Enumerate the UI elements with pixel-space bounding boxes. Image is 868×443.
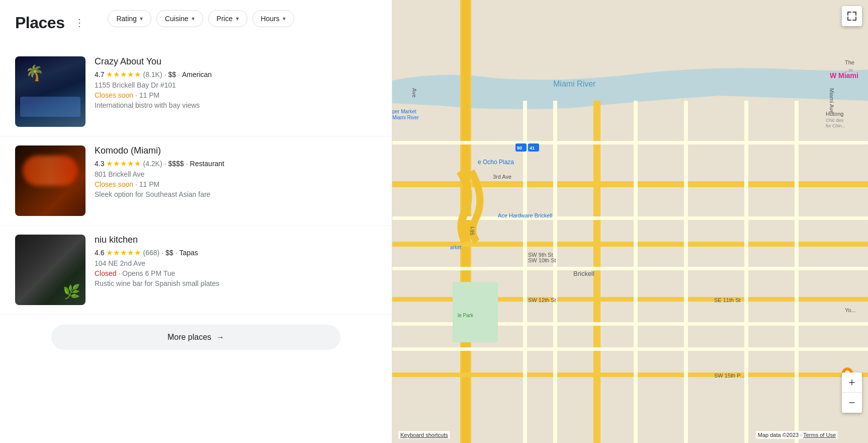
- place-info: niu kitchen 4.6 ★ ★ ★ ★ ★ (668) · $$ · T…: [95, 235, 377, 287]
- star-4: ★: [127, 159, 134, 168]
- place-rating-row: 4.3 ★ ★ ★ ★ ★ (4.2K) · $$$$ · Restaurant: [95, 159, 377, 168]
- svg-rect-20: [453, 282, 498, 342]
- hours-detail: · 11 PM: [135, 180, 159, 188]
- svg-text:The: The: [845, 59, 854, 65]
- arrow-right-icon: →: [216, 333, 224, 342]
- status-badge: Closed: [95, 269, 117, 277]
- place-description: International bistro with bay views: [95, 101, 377, 109]
- svg-text:Miami River: Miami River: [392, 115, 419, 120]
- star-2: ★: [113, 159, 120, 168]
- place-description: Sleek option for Southeast Asian fare: [95, 190, 377, 198]
- review-count: (668): [143, 249, 159, 257]
- svg-text:90: 90: [517, 145, 522, 151]
- filters-bar: Rating ▾ Cuisine ▾ Price ▾ Hours ▾: [93, 10, 304, 35]
- star-2: ★: [113, 70, 120, 79]
- svg-text:3rd Ave: 3rd Ave: [493, 174, 511, 180]
- place-hours: Closes soon · 11 PM: [95, 180, 377, 188]
- svg-rect-19: [392, 347, 868, 351]
- star-2: ★: [113, 248, 120, 257]
- more-places-button[interactable]: More places →: [51, 325, 340, 350]
- svg-rect-10: [744, 101, 748, 443]
- svg-text:41: 41: [530, 145, 535, 151]
- svg-text:per Market: per Market: [392, 109, 416, 114]
- svg-rect-4: [593, 101, 600, 443]
- filter-rating[interactable]: Rating ▾: [108, 10, 151, 27]
- svg-text:Ace Hardware Brickell: Ace Hardware Brickell: [498, 212, 552, 218]
- star-3: ★: [120, 70, 127, 79]
- hours-detail: · Opens 6 PM Tue: [118, 269, 175, 277]
- svg-rect-14: [634, 101, 638, 443]
- rating-value: 4.6: [95, 249, 104, 257]
- star-rating: ★ ★ ★ ★ ★: [106, 70, 141, 79]
- filter-hours[interactable]: Hours ▾: [252, 10, 294, 27]
- place-description: Rustic wine bar for Spanish small plates: [95, 279, 377, 287]
- chevron-down-icon: ▾: [283, 15, 286, 22]
- star-5: ★: [134, 159, 141, 168]
- svg-text:SW 15th P...: SW 15th P...: [714, 373, 744, 379]
- price: $$: [165, 249, 173, 257]
- list-item[interactable]: Komodo (Miami) 4.3 ★ ★ ★ ★ ★ (4.2K) · $$…: [0, 136, 392, 226]
- map-footer: Map data ©2023 · Terms of Use: [756, 431, 838, 439]
- status-badge: Closes soon: [95, 91, 133, 99]
- svg-text:Yo...: Yo...: [845, 307, 856, 313]
- star-3: ★: [120, 248, 127, 257]
- star-1: ★: [106, 159, 113, 168]
- svg-text:W Miami: W Miami: [830, 71, 858, 80]
- place-name: Komodo (Miami): [95, 145, 377, 156]
- cuisine: Tapas: [180, 249, 198, 257]
- header: Places ⋮ Rating ▾ Cuisine ▾ Price ▾ Hour…: [0, 10, 392, 43]
- list-item[interactable]: Crazy About You 4.7 ★ ★ ★ ★ ★ (8.1K) · $…: [0, 47, 392, 136]
- svg-rect-9: [684, 101, 688, 443]
- svg-text:e Ocho Plaza: e Ocho Plaza: [478, 159, 514, 166]
- more-places-container: More places →: [0, 315, 392, 365]
- page-title: Places: [15, 14, 64, 32]
- place-name: Crazy About You: [95, 56, 377, 67]
- svg-text:Miami Ave: Miami Ave: [829, 88, 835, 114]
- place-name: niu kitchen: [95, 235, 377, 245]
- place-hours: Closes soon · 11 PM: [95, 91, 377, 99]
- chevron-down-icon: ▾: [140, 15, 143, 22]
- svg-rect-15: [392, 141, 868, 144]
- keyboard-shortcuts-link[interactable]: Keyboard shortcuts: [398, 431, 450, 439]
- filter-price[interactable]: Price ▾: [208, 10, 247, 27]
- chevron-down-icon: ▾: [192, 15, 195, 22]
- svg-text:I-95: I-95: [469, 227, 475, 236]
- hours-detail: · 11 PM: [135, 91, 159, 99]
- star-1: ★: [106, 70, 113, 79]
- place-rating-row: 4.6 ★ ★ ★ ★ ★ (668) · $$ · Tapas: [95, 248, 377, 257]
- svg-text:Hutong: Hutong: [826, 111, 843, 117]
- place-rating-row: 4.7 ★ ★ ★ ★ ★ (8.1K) · $$ · American: [95, 70, 377, 79]
- svg-rect-11: [795, 101, 799, 443]
- svg-text:SW 12th St: SW 12th St: [528, 297, 556, 303]
- zoom-in-button[interactable]: +: [842, 373, 862, 393]
- chevron-down-icon: ▾: [236, 15, 239, 22]
- svg-rect-12: [523, 101, 527, 443]
- map-panel[interactable]: Miami River le Park: [392, 0, 868, 443]
- svg-text:Miami River: Miami River: [553, 80, 596, 88]
- star-1: ★: [106, 248, 113, 257]
- star-3: ★: [120, 159, 127, 168]
- more-options-button[interactable]: ⋮: [70, 14, 89, 32]
- svg-text:Brickell: Brickell: [573, 270, 594, 277]
- svg-text:Chic des: Chic des: [826, 118, 844, 123]
- svg-text:SW 10th St: SW 10th St: [528, 257, 556, 263]
- zoom-out-button[interactable]: −: [842, 393, 862, 413]
- list-item[interactable]: niu kitchen 4.6 ★ ★ ★ ★ ★ (668) · $$ · T…: [0, 226, 392, 315]
- review-count: (4.2K): [143, 160, 162, 168]
- places-list: Crazy About You 4.7 ★ ★ ★ ★ ★ (8.1K) · $…: [0, 43, 392, 443]
- svg-text:SE 11th St: SE 11th St: [714, 297, 741, 303]
- svg-text:Ave: Ave: [411, 88, 417, 98]
- star-5: ★: [134, 248, 141, 257]
- review-count: (8.1K): [143, 70, 162, 79]
- place-image: [15, 56, 85, 127]
- rating-value: 4.3: [95, 160, 104, 168]
- price: $$: [168, 70, 176, 79]
- star-4: ★: [127, 248, 134, 257]
- map-expand-button[interactable]: [842, 6, 862, 26]
- place-address: 1155 Brickell Bay Dr #101: [95, 81, 377, 89]
- place-info: Komodo (Miami) 4.3 ★ ★ ★ ★ ★ (4.2K) · $$…: [95, 145, 377, 198]
- status-badge: Closes soon: [95, 180, 133, 188]
- svg-text:le Park: le Park: [458, 313, 474, 318]
- svg-text:...sc: ...sc: [845, 67, 853, 72]
- filter-cuisine[interactable]: Cuisine ▾: [156, 10, 203, 27]
